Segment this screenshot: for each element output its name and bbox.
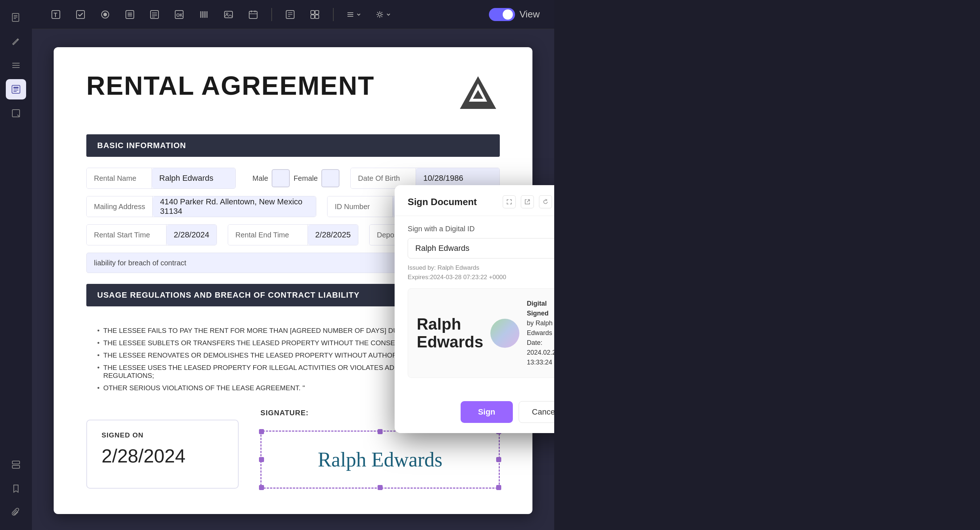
doc-title: RENTAL AGREEMENT	[86, 73, 375, 99]
main-content: T	[32, 0, 554, 530]
dialog-footer: Sign Cancel	[395, 394, 554, 433]
resize-handle-mr[interactable]	[496, 457, 501, 462]
svg-text:OK: OK	[176, 13, 183, 18]
svg-rect-38	[224, 11, 232, 18]
start-value[interactable]: 2/28/2024	[167, 225, 216, 245]
resize-handle-bl[interactable]	[259, 485, 264, 490]
list-tool-button[interactable]	[121, 5, 139, 24]
svg-point-55	[378, 13, 381, 16]
digital-by: by Ralph Edwards	[527, 318, 554, 338]
doc-header: RENTAL AGREEMENT	[86, 73, 500, 116]
male-checkbox[interactable]	[272, 169, 290, 187]
svg-rect-13	[12, 461, 19, 464]
signer-select[interactable]: Ralph Edwards	[408, 238, 554, 259]
sidebar-icon-layers[interactable]	[6, 55, 26, 75]
resize-handle-bm[interactable]	[377, 485, 383, 490]
dialog-popout-icon[interactable]	[521, 195, 534, 208]
dialog-refresh-icon[interactable]	[539, 195, 552, 208]
sidebar-icon-pages[interactable]	[6, 7, 26, 27]
sidebar-icon-notes[interactable]	[6, 103, 26, 123]
digital-id-label: Sign with a Digital ID	[408, 225, 554, 233]
ok-tool-button[interactable]: OK	[170, 5, 189, 24]
sidebar-icon-attach[interactable]	[6, 503, 26, 523]
view-toggle-switch[interactable]	[489, 8, 515, 21]
svg-rect-10	[13, 89, 19, 90]
svg-text:T: T	[54, 12, 57, 18]
svg-rect-8	[12, 85, 20, 93]
digital-date: Date: 2024.02.28	[527, 338, 554, 358]
toolbar-sep-1	[271, 8, 272, 21]
digital-signed-label: Digital Signed	[527, 299, 554, 318]
resize-handle-tl[interactable]	[259, 429, 264, 434]
sig-preview-name: Ralph Edwards	[417, 316, 483, 351]
gender-group: Male Female	[253, 168, 339, 189]
toolbar: T	[32, 0, 554, 29]
form-col-name: Rental Name Ralph Edwards	[86, 168, 236, 189]
text-tool-button[interactable]: T	[46, 5, 65, 24]
form-col-end: Rental End Time 2/28/2025	[228, 224, 358, 246]
rental-name-label: Rental Name	[87, 168, 152, 188]
signer-name: Ralph Edwards	[415, 244, 469, 253]
svg-point-19	[103, 13, 107, 16]
sidebar-icon-bookmark[interactable]	[6, 479, 26, 499]
svg-line-4	[17, 40, 18, 40]
signature-label: SIGNATURE:	[261, 409, 309, 417]
end-value[interactable]: 2/28/2025	[308, 225, 358, 245]
rental-name-value[interactable]: Ralph Edwards	[152, 168, 235, 188]
end-label: Rental End Time	[228, 225, 308, 245]
mailing-value[interactable]: 4140 Parker Rd. Allentown, New Mexico 31…	[153, 196, 316, 217]
female-checkbox[interactable]	[321, 169, 339, 187]
dialog-expand-icon[interactable]	[503, 195, 516, 208]
svg-rect-48	[311, 11, 315, 14]
image-tool-button[interactable]	[219, 5, 238, 24]
signed-on-label: SIGNED ON	[102, 431, 223, 439]
dialog-header: Sign Document	[395, 185, 554, 216]
doc-area: RENTAL AGREEMENT BASIC INFORMATION Renta…	[32, 29, 554, 530]
dialog-body: Sign with a Digital ID Ralph Edwards Iss…	[395, 216, 554, 394]
toolbar-tools-group: T	[46, 5, 395, 24]
expires-info: Expires:2024-03-28 07:23:22 +0000	[408, 274, 554, 281]
sig-digital-info: Digital Signed by Ralph Edwards Date: 20…	[527, 299, 554, 367]
sidebar-icon-form[interactable]	[6, 79, 26, 99]
barcode-tool-button[interactable]	[194, 5, 213, 24]
svg-rect-17	[76, 11, 84, 19]
grid-view-button[interactable]	[305, 5, 324, 24]
right-panel	[554, 0, 980, 530]
signature-box[interactable]: Ralph Edwards	[261, 431, 500, 488]
view-toggle-group: View	[489, 8, 540, 21]
male-label: Male	[253, 174, 268, 183]
settings-dropdown-button[interactable]	[371, 5, 395, 24]
signed-on-date: 2/28/2024	[102, 445, 223, 467]
resize-handle-tm[interactable]	[377, 429, 383, 434]
svg-rect-14	[12, 465, 19, 468]
sig-name-line2: Edwards	[417, 333, 483, 351]
company-logo	[456, 73, 500, 116]
signature-text: Ralph Edwards	[318, 448, 442, 471]
view-doc-button[interactable]	[281, 5, 299, 24]
svg-rect-11	[13, 91, 17, 92]
form-col-start: Rental Start Time 2/28/2024	[86, 224, 217, 246]
issued-by: Issued by: Ralph Edwards	[408, 264, 554, 271]
cancel-button[interactable]: Cancel	[519, 401, 554, 423]
signed-on-box: SIGNED ON 2/28/2024	[86, 420, 239, 488]
form-col-mailing: Mailing Address 4140 Parker Rd. Allentow…	[86, 196, 316, 217]
sig-name-line1: Ralph	[417, 316, 483, 333]
date-tool-button[interactable]	[244, 5, 262, 24]
resize-handle-br[interactable]	[496, 485, 501, 490]
female-label: Female	[293, 174, 318, 183]
sidebar-icon-edit[interactable]	[6, 31, 26, 51]
sign-button[interactable]: Sign	[461, 401, 513, 423]
resize-handle-ml[interactable]	[259, 457, 264, 462]
multiline-tool-button[interactable]	[145, 5, 164, 24]
checkbox-tool-button[interactable]	[71, 5, 90, 24]
view-label: View	[519, 9, 540, 20]
radio-tool-button[interactable]	[96, 5, 115, 24]
svg-rect-40	[249, 11, 257, 19]
svg-rect-9	[13, 87, 19, 89]
basic-info-header: BASIC INFORMATION	[86, 134, 500, 157]
id-label: ID Number	[328, 196, 393, 217]
sidebar-icon-stack[interactable]	[6, 455, 26, 475]
svg-rect-51	[315, 15, 319, 19]
menu-dropdown-button[interactable]	[342, 5, 366, 24]
sidebar	[0, 0, 32, 530]
